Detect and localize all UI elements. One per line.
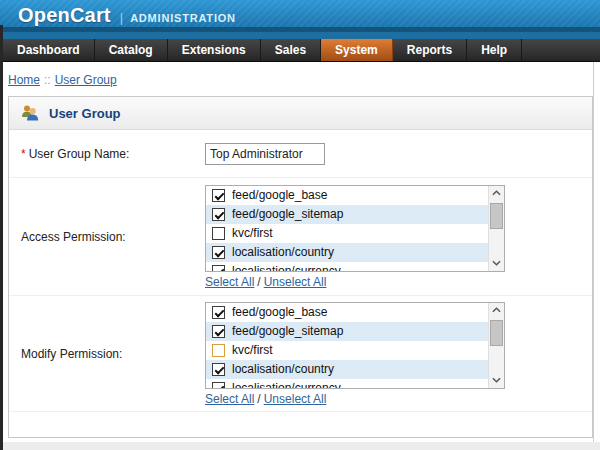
permission-option-label: feed/google_base xyxy=(232,188,327,202)
page-right-edge xyxy=(593,62,594,442)
checkbox-icon[interactable] xyxy=(212,325,225,338)
panel-header: User Group xyxy=(9,97,592,130)
permission-option[interactable]: localisation/currency xyxy=(206,262,488,271)
checkbox-icon[interactable] xyxy=(212,363,225,376)
access-permission-rows: feed/google_base feed/google_sitemap kvc… xyxy=(206,186,488,271)
nav-item-sales[interactable]: Sales xyxy=(261,39,321,61)
modify-select-links: Select All/Unselect All xyxy=(205,392,505,406)
app-header: OpenCart | ADMINISTRATION xyxy=(0,0,600,27)
scrollbar[interactable] xyxy=(488,186,504,271)
brand-divider: | xyxy=(120,10,123,25)
scroll-up-icon[interactable] xyxy=(489,186,504,201)
permission-option-label: feed/google_sitemap xyxy=(232,324,343,338)
nav-item-system[interactable]: System xyxy=(321,39,393,61)
permission-option-label: localisation/currency xyxy=(232,381,341,388)
permission-option[interactable]: localisation/country xyxy=(206,243,488,262)
permission-option[interactable]: feed/google_base xyxy=(206,186,488,205)
checkbox-icon[interactable] xyxy=(212,189,225,202)
form-row-modify-permission: Modify Permission: feed/google_base feed… xyxy=(9,296,592,412)
page-bottom-strip xyxy=(3,442,600,450)
permission-option-label: kvc/first xyxy=(232,226,273,240)
main-nav: Dashboard Catalog Extensions Sales Syste… xyxy=(0,39,600,62)
breadcrumb-home-link[interactable]: Home xyxy=(8,73,40,87)
user-group-icon xyxy=(21,105,39,121)
permission-option-label: localisation/currency xyxy=(232,264,341,271)
permission-option-label: localisation/country xyxy=(232,245,334,259)
permission-option-label: feed/google_base xyxy=(232,305,327,319)
administration-label: ADMINISTRATION xyxy=(130,12,236,24)
access-permission-listbox[interactable]: feed/google_base feed/google_sitemap kvc… xyxy=(205,185,505,272)
link-separator: / xyxy=(257,392,260,406)
opencart-admin-window: OpenCart | ADMINISTRATION Dashboard Cata… xyxy=(0,0,600,450)
breadcrumb: Home::User Group xyxy=(8,73,117,87)
modify-permission-listbox[interactable]: feed/google_base feed/google_sitemap kvc… xyxy=(205,302,505,389)
checkbox-icon[interactable] xyxy=(212,246,225,259)
checkbox-icon[interactable] xyxy=(212,306,225,319)
permission-option-label: feed/google_sitemap xyxy=(232,207,343,221)
checkbox-icon[interactable] xyxy=(212,265,225,271)
checkbox-icon[interactable] xyxy=(212,208,225,221)
permission-option-label: kvc/first xyxy=(232,343,273,357)
permission-option[interactable]: kvc/first xyxy=(206,224,488,243)
access-unselect-all-link[interactable]: Unselect All xyxy=(264,275,327,289)
required-asterisk: * xyxy=(21,147,26,161)
checkbox-icon[interactable] xyxy=(212,382,225,388)
page-left-edge xyxy=(0,25,3,450)
permission-option[interactable]: feed/google_sitemap xyxy=(206,322,488,341)
scrollbar[interactable] xyxy=(488,303,504,388)
form-row-name: *User Group Name: xyxy=(9,130,592,178)
permission-option[interactable]: kvc/first xyxy=(206,341,488,360)
permission-option[interactable]: localisation/country xyxy=(206,360,488,379)
modify-select-all-link[interactable]: Select All xyxy=(205,392,254,406)
user-group-panel: User Group *User Group Name: Access Perm… xyxy=(8,96,593,438)
access-permission-label: Access Permission: xyxy=(21,230,205,244)
access-select-all-link[interactable]: Select All xyxy=(205,275,254,289)
nav-item-catalog[interactable]: Catalog xyxy=(95,39,168,61)
form-row-access-permission: Access Permission: feed/google_base feed… xyxy=(9,178,592,296)
header-divider-strip2 xyxy=(0,32,600,39)
access-select-links: Select All/Unselect All xyxy=(205,275,505,289)
opencart-logo: OpenCart xyxy=(18,4,111,27)
name-field-label-text: User Group Name: xyxy=(29,147,130,161)
permission-option[interactable]: feed/google_base xyxy=(206,303,488,322)
scrollbar-thumb[interactable] xyxy=(490,320,503,346)
scroll-down-icon[interactable] xyxy=(489,256,504,271)
scroll-up-icon[interactable] xyxy=(489,303,504,318)
nav-item-reports[interactable]: Reports xyxy=(393,39,467,61)
name-field-label: *User Group Name: xyxy=(21,147,205,161)
checkbox-icon[interactable] xyxy=(212,344,225,357)
link-separator: / xyxy=(257,275,260,289)
modify-permission-label: Modify Permission: xyxy=(21,347,205,361)
permission-option-label: localisation/country xyxy=(232,362,334,376)
scroll-down-icon[interactable] xyxy=(489,373,504,388)
permission-option[interactable]: localisation/currency xyxy=(206,379,488,388)
nav-item-help[interactable]: Help xyxy=(467,39,522,61)
user-group-name-input[interactable] xyxy=(205,143,325,165)
breadcrumb-separator: :: xyxy=(44,73,51,87)
checkbox-icon[interactable] xyxy=(212,227,225,240)
permission-option[interactable]: feed/google_sitemap xyxy=(206,205,488,224)
modify-permission-rows: feed/google_base feed/google_sitemap kvc… xyxy=(206,303,488,388)
page-title: User Group xyxy=(49,106,121,121)
modify-unselect-all-link[interactable]: Unselect All xyxy=(264,392,327,406)
nav-item-dashboard[interactable]: Dashboard xyxy=(3,39,95,61)
breadcrumb-current-link[interactable]: User Group xyxy=(55,73,117,87)
scrollbar-thumb[interactable] xyxy=(490,203,503,229)
nav-item-extensions[interactable]: Extensions xyxy=(168,39,261,61)
